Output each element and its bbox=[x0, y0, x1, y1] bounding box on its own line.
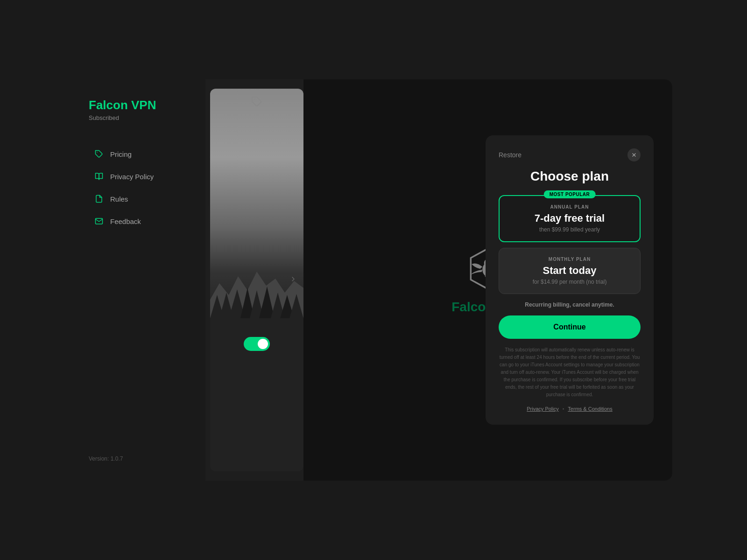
app-name: Falcon VPN bbox=[89, 98, 191, 112]
sidebar-logo: Falcon VPN Subscribed bbox=[89, 98, 191, 121]
book-icon bbox=[94, 172, 104, 181]
app-name-accent: VPN bbox=[131, 98, 156, 112]
modal-overlay: Restore Choose plan MOST POPULAR ANNUAL … bbox=[303, 79, 672, 481]
modal-heading: Choose plan bbox=[499, 169, 641, 184]
preview-tag-icon bbox=[251, 96, 262, 109]
mail-icon bbox=[94, 217, 104, 226]
vpn-toggle[interactable] bbox=[244, 337, 270, 351]
tag-icon bbox=[94, 149, 104, 159]
app-status: Subscribed bbox=[89, 114, 191, 121]
app-preview-panel bbox=[210, 89, 303, 471]
sidebar-item-feedback[interactable]: Feedback bbox=[89, 212, 191, 231]
app-container: Falcon VPN Subscribed Pricing bbox=[75, 79, 672, 481]
annual-plan-main: 7-day free trial bbox=[509, 212, 630, 224]
main-content: Falcon VPN Restore Choose plan bbox=[303, 79, 672, 481]
annual-plan-sub: then $99.99 billed yearly bbox=[509, 226, 630, 233]
sidebar-item-pricing[interactable]: Pricing bbox=[89, 145, 191, 163]
monthly-plan-sub: for $14.99 per month (no trial) bbox=[508, 279, 631, 285]
monthly-plan-main: Start today bbox=[508, 265, 631, 277]
sidebar-item-rules[interactable]: Rules bbox=[89, 189, 191, 208]
close-modal-button[interactable] bbox=[627, 148, 641, 161]
legal-text: This subscription will automatically ren… bbox=[499, 346, 641, 399]
most-popular-badge: MOST POPULAR bbox=[544, 190, 596, 198]
continue-button[interactable]: Continue bbox=[499, 315, 641, 339]
version-text: Version: 1.0.7 bbox=[89, 455, 191, 462]
billing-note: Recurring billing, cancel anytime. bbox=[499, 301, 641, 308]
sidebar-nav: Pricing Privacy Policy bbox=[89, 145, 191, 455]
annual-plan-card[interactable]: MOST POPULAR ANNUAL PLAN 7-day free tria… bbox=[499, 195, 641, 242]
restore-label: Restore bbox=[499, 151, 521, 159]
feedback-label: Feedback bbox=[110, 217, 141, 225]
file-icon bbox=[94, 194, 104, 203]
terms-conditions-link[interactable]: Terms & Conditions bbox=[568, 406, 612, 412]
sidebar: Falcon VPN Subscribed Pricing bbox=[75, 79, 205, 481]
privacy-label: Privacy Policy bbox=[110, 173, 154, 181]
pricing-label: Pricing bbox=[110, 150, 132, 158]
rules-label: Rules bbox=[110, 195, 128, 203]
modal-header: Restore bbox=[499, 148, 641, 161]
sidebar-item-privacy[interactable]: Privacy Policy bbox=[89, 167, 191, 186]
legal-links: Privacy Policy ● Terms & Conditions bbox=[499, 406, 641, 412]
annual-plan-label: ANNUAL PLAN bbox=[509, 204, 630, 210]
chevron-right-icon bbox=[289, 275, 297, 285]
monthly-plan-card[interactable]: MONTHLY PLAN Start today for $14.99 per … bbox=[499, 248, 641, 294]
legal-separator: ● bbox=[563, 407, 564, 410]
privacy-policy-link[interactable]: Privacy Policy bbox=[527, 406, 558, 412]
choose-plan-modal: Restore Choose plan MOST POPULAR ANNUAL … bbox=[486, 135, 654, 425]
monthly-plan-label: MONTHLY PLAN bbox=[508, 257, 631, 262]
app-name-text: Falcon bbox=[89, 98, 128, 112]
